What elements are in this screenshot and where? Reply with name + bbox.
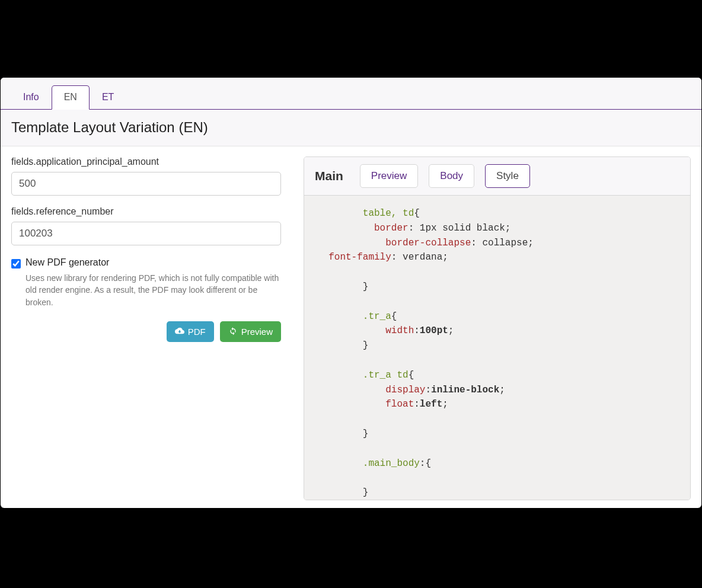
code-semi: ; [442,399,448,410]
code-colon: : [471,238,477,248]
new-pdf-generator-label: New PDF generator [25,257,109,268]
code-selector: table, td [363,208,414,219]
cloud-download-icon [175,326,184,337]
tab-et[interactable]: ET [90,85,126,109]
code-semi: ; [442,252,448,263]
preview-button-label: Preview [241,327,273,337]
code-val: 100pt [420,325,448,336]
subtab-style[interactable]: Style [485,164,530,188]
field-reference-number-group: fields.reference_number [11,206,281,245]
field-reference-number-label: fields.reference_number [11,206,281,217]
header-bar: Template Layout Variation (EN) [1,110,701,146]
code-val: 1px solid black [414,223,505,234]
subtab-preview[interactable]: Preview [360,164,418,188]
code-semi: ; [528,238,534,248]
code-brace: } [363,340,369,351]
style-code-editor[interactable]: table, td{ border: 1px solid black; bord… [304,196,690,500]
code-val: collapse [477,238,528,248]
code-selector: .tr_a [363,311,391,322]
code-colon: : [391,252,397,263]
code-val: verdana [397,252,442,263]
code-prop: width [385,325,414,336]
code-colon: : [409,223,414,234]
code-val: inline-block [431,385,499,395]
code-prop: border-collapse [385,238,471,248]
code-prop: font-family [328,252,391,263]
code-brace: :{ [420,458,431,469]
code-brace: { [409,370,414,381]
button-row: PDF Preview [11,321,281,342]
app-window: Info EN ET Template Layout Variation (EN… [1,78,701,508]
code-prop: border [374,223,409,234]
code-semi: ; [499,385,505,395]
top-tabs: Info EN ET [1,78,701,110]
right-panel-title: Main [315,169,343,183]
tab-en[interactable]: EN [52,85,90,110]
code-brace: { [414,208,420,219]
field-reference-number-input[interactable] [11,222,281,245]
left-panel: fields.application_principal_amount fiel… [11,156,281,500]
page-title: Template Layout Variation (EN) [11,119,691,136]
new-pdf-generator-row: New PDF generator [11,257,281,269]
subtab-body[interactable]: Body [429,164,474,188]
code-selector: .tr_a td [363,370,409,381]
code-colon: : [425,385,431,395]
code-colon: : [414,399,420,410]
field-principal-amount-label: fields.application_principal_amount [11,156,281,167]
right-panel: Main Preview Body Style table, td{ borde… [304,156,691,500]
code-semi: ; [505,223,511,234]
pdf-button[interactable]: PDF [167,321,214,342]
field-principal-amount-group: fields.application_principal_amount [11,156,281,196]
code-brace: } [363,282,369,292]
code-colon: : [414,325,420,336]
pdf-button-label: PDF [188,327,206,337]
code-selector: .main_body [363,458,420,469]
refresh-icon [228,326,238,337]
tab-info[interactable]: Info [11,85,52,109]
right-panel-header: Main Preview Body Style [304,157,690,196]
code-prop: float [385,399,414,410]
code-prop: display [385,385,425,395]
code-val: left [420,399,442,410]
new-pdf-generator-checkbox[interactable] [11,259,21,269]
code-semi: ; [448,325,454,336]
preview-button[interactable]: Preview [220,321,281,342]
code-brace: } [363,429,369,439]
code-brace: } [363,487,369,498]
content-area: fields.application_principal_amount fiel… [1,146,701,508]
field-principal-amount-input[interactable] [11,172,281,196]
code-brace: { [391,311,397,322]
new-pdf-generator-help: Uses new library for rendering PDF, whic… [25,272,281,308]
